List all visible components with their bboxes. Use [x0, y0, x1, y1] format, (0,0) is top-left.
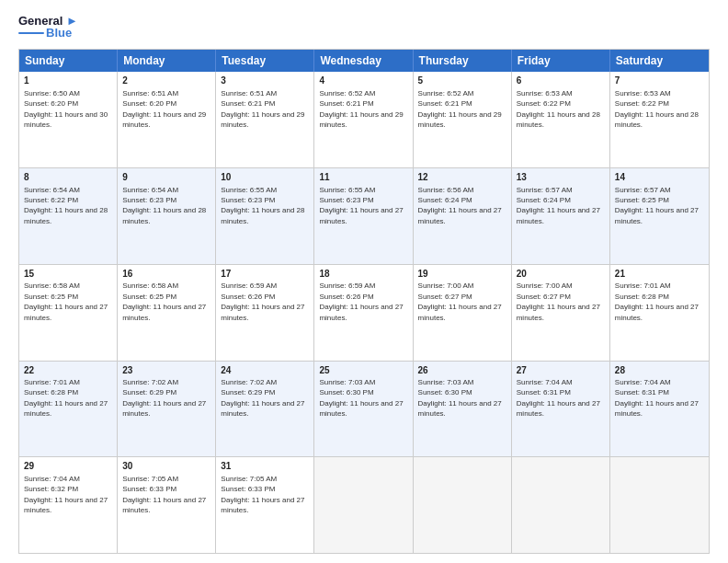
- day-number: 9: [122, 171, 210, 184]
- cell-info: Sunrise: 7:00 AMSunset: 6:27 PMDaylight:…: [418, 282, 502, 321]
- cal-header-day: Friday: [512, 50, 610, 72]
- day-number: 20: [517, 268, 605, 281]
- day-number: 3: [221, 75, 309, 87]
- calendar-cell: 14Sunrise: 6:57 AMSunset: 6:25 PMDayligh…: [610, 168, 709, 264]
- logo-line: [18, 32, 44, 34]
- calendar-header: SundayMondayTuesdayWednesdayThursdayFrid…: [19, 50, 709, 72]
- calendar-row: 1Sunrise: 6:50 AMSunset: 6:20 PMDaylight…: [19, 72, 709, 167]
- cell-info: Sunrise: 6:52 AMSunset: 6:21 PMDaylight:…: [418, 89, 502, 129]
- day-number: 29: [24, 460, 112, 473]
- day-number: 10: [221, 171, 309, 184]
- day-number: 13: [517, 171, 605, 184]
- day-number: 19: [418, 268, 506, 281]
- cell-info: Sunrise: 6:59 AMSunset: 6:26 PMDaylight:…: [221, 282, 304, 321]
- calendar-cell: 25Sunrise: 7:03 AMSunset: 6:30 PMDayligh…: [314, 362, 413, 457]
- calendar-cell: 3Sunrise: 6:51 AMSunset: 6:21 PMDaylight…: [216, 72, 314, 167]
- calendar-cell: 30Sunrise: 7:05 AMSunset: 6:33 PMDayligh…: [118, 457, 216, 553]
- cell-info: Sunrise: 7:01 AMSunset: 6:28 PMDaylight:…: [615, 282, 699, 321]
- calendar-cell: 28Sunrise: 7:04 AMSunset: 6:31 PMDayligh…: [610, 362, 709, 457]
- cell-info: Sunrise: 6:54 AMSunset: 6:23 PMDaylight:…: [122, 186, 206, 225]
- cell-info: Sunrise: 6:55 AMSunset: 6:23 PMDaylight:…: [221, 186, 304, 225]
- cell-info: Sunrise: 6:57 AMSunset: 6:25 PMDaylight:…: [615, 186, 699, 225]
- calendar: SundayMondayTuesdayWednesdayThursdayFrid…: [18, 49, 710, 554]
- day-number: 28: [615, 364, 704, 377]
- cell-info: Sunrise: 7:02 AMSunset: 6:29 PMDaylight:…: [221, 378, 304, 418]
- calendar-cell: 24Sunrise: 7:02 AMSunset: 6:29 PMDayligh…: [216, 362, 314, 457]
- day-number: 5: [418, 75, 506, 87]
- cal-header-day: Thursday: [414, 50, 512, 72]
- calendar-cell: 17Sunrise: 6:59 AMSunset: 6:26 PMDayligh…: [216, 265, 314, 361]
- calendar-cell: 6Sunrise: 6:53 AMSunset: 6:22 PMDaylight…: [512, 72, 610, 167]
- calendar-cell: 5Sunrise: 6:52 AMSunset: 6:21 PMDaylight…: [414, 72, 512, 167]
- calendar-cell: 18Sunrise: 6:59 AMSunset: 6:26 PMDayligh…: [314, 265, 413, 361]
- calendar-cell: 27Sunrise: 7:04 AMSunset: 6:31 PMDayligh…: [512, 362, 610, 457]
- cell-info: Sunrise: 6:50 AMSunset: 6:20 PMDaylight:…: [24, 89, 108, 129]
- calendar-cell: 7Sunrise: 6:53 AMSunset: 6:22 PMDaylight…: [610, 72, 709, 167]
- cell-info: Sunrise: 7:04 AMSunset: 6:31 PMDaylight:…: [517, 378, 600, 418]
- day-number: 7: [615, 75, 704, 87]
- cell-info: Sunrise: 7:03 AMSunset: 6:30 PMDaylight:…: [418, 378, 502, 418]
- cell-info: Sunrise: 6:55 AMSunset: 6:23 PMDaylight:…: [319, 186, 403, 225]
- calendar-cell: 23Sunrise: 7:02 AMSunset: 6:29 PMDayligh…: [118, 362, 216, 457]
- cell-info: Sunrise: 6:53 AMSunset: 6:22 PMDaylight:…: [615, 89, 699, 129]
- day-number: 26: [418, 364, 506, 377]
- cal-header-day: Tuesday: [216, 50, 314, 72]
- cell-info: Sunrise: 7:03 AMSunset: 6:30 PMDaylight:…: [319, 378, 403, 418]
- calendar-cell: 1Sunrise: 6:50 AMSunset: 6:20 PMDaylight…: [19, 72, 118, 167]
- cal-header-day: Saturday: [610, 50, 709, 72]
- day-number: 15: [24, 268, 112, 281]
- calendar-cell: 11Sunrise: 6:55 AMSunset: 6:23 PMDayligh…: [314, 168, 413, 264]
- calendar-cell: 22Sunrise: 7:01 AMSunset: 6:28 PMDayligh…: [19, 362, 118, 457]
- day-number: 18: [319, 268, 407, 281]
- calendar-cell: [512, 457, 610, 553]
- calendar-cell: [414, 457, 512, 553]
- cell-info: Sunrise: 6:58 AMSunset: 6:25 PMDaylight:…: [24, 282, 108, 321]
- day-number: 2: [122, 75, 210, 87]
- day-number: 24: [221, 364, 309, 377]
- calendar-cell: 13Sunrise: 6:57 AMSunset: 6:24 PMDayligh…: [512, 168, 610, 264]
- calendar-cell: 21Sunrise: 7:01 AMSunset: 6:28 PMDayligh…: [610, 265, 709, 361]
- cell-info: Sunrise: 6:59 AMSunset: 6:26 PMDaylight:…: [319, 282, 403, 321]
- cell-info: Sunrise: 7:04 AMSunset: 6:31 PMDaylight:…: [615, 378, 699, 418]
- cal-header-day: Monday: [118, 50, 216, 72]
- day-number: 1: [24, 75, 112, 87]
- cell-info: Sunrise: 7:05 AMSunset: 6:33 PMDaylight:…: [221, 475, 304, 514]
- calendar-cell: 29Sunrise: 7:04 AMSunset: 6:32 PMDayligh…: [19, 457, 118, 553]
- calendar-cell: 2Sunrise: 6:51 AMSunset: 6:20 PMDaylight…: [118, 72, 216, 167]
- logo-text-blue: Blue: [46, 26, 72, 40]
- day-number: 12: [418, 171, 506, 184]
- day-number: 30: [122, 460, 210, 473]
- day-number: 27: [517, 364, 605, 377]
- calendar-cell: [314, 457, 413, 553]
- cell-info: Sunrise: 6:53 AMSunset: 6:22 PMDaylight:…: [517, 89, 600, 129]
- day-number: 22: [24, 364, 112, 377]
- calendar-cell: 26Sunrise: 7:03 AMSunset: 6:30 PMDayligh…: [414, 362, 512, 457]
- cell-info: Sunrise: 7:01 AMSunset: 6:28 PMDaylight:…: [24, 378, 108, 418]
- calendar-cell: 19Sunrise: 7:00 AMSunset: 6:27 PMDayligh…: [414, 265, 512, 361]
- calendar-cell: 8Sunrise: 6:54 AMSunset: 6:22 PMDaylight…: [19, 168, 118, 264]
- day-number: 11: [319, 171, 407, 184]
- cell-info: Sunrise: 6:54 AMSunset: 6:22 PMDaylight:…: [24, 186, 108, 225]
- calendar-cell: [610, 457, 709, 553]
- day-number: 21: [615, 268, 704, 281]
- cell-info: Sunrise: 6:51 AMSunset: 6:21 PMDaylight:…: [221, 89, 304, 129]
- calendar-cell: 16Sunrise: 6:58 AMSunset: 6:25 PMDayligh…: [118, 265, 216, 361]
- cell-info: Sunrise: 7:02 AMSunset: 6:29 PMDaylight:…: [122, 378, 206, 418]
- page: General ► Blue SundayMondayTuesdayWednes…: [0, 0, 728, 563]
- calendar-cell: 4Sunrise: 6:52 AMSunset: 6:21 PMDaylight…: [314, 72, 413, 167]
- day-number: 8: [24, 171, 112, 184]
- cell-info: Sunrise: 7:00 AMSunset: 6:27 PMDaylight:…: [517, 282, 600, 321]
- calendar-cell: 10Sunrise: 6:55 AMSunset: 6:23 PMDayligh…: [216, 168, 314, 264]
- logo: General ► Blue: [18, 15, 78, 40]
- calendar-row: 15Sunrise: 6:58 AMSunset: 6:25 PMDayligh…: [19, 264, 709, 361]
- day-number: 23: [122, 364, 210, 377]
- cell-info: Sunrise: 7:05 AMSunset: 6:33 PMDaylight:…: [122, 475, 206, 514]
- calendar-cell: 12Sunrise: 6:56 AMSunset: 6:24 PMDayligh…: [414, 168, 512, 264]
- day-number: 6: [517, 75, 605, 87]
- calendar-cell: 9Sunrise: 6:54 AMSunset: 6:23 PMDaylight…: [118, 168, 216, 264]
- cal-header-day: Wednesday: [314, 50, 413, 72]
- cell-info: Sunrise: 6:58 AMSunset: 6:25 PMDaylight:…: [122, 282, 206, 321]
- day-number: 14: [615, 171, 704, 184]
- cell-info: Sunrise: 6:51 AMSunset: 6:20 PMDaylight:…: [122, 89, 206, 129]
- cell-info: Sunrise: 6:52 AMSunset: 6:21 PMDaylight:…: [319, 89, 403, 129]
